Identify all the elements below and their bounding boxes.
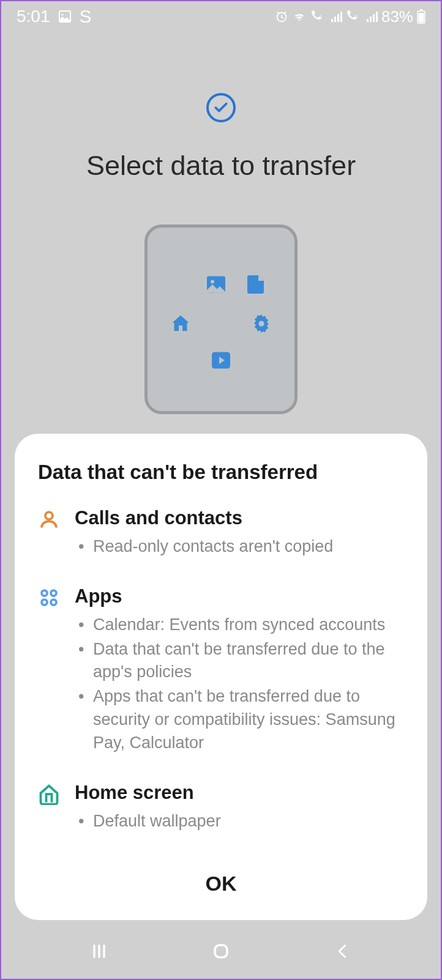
check-circle-icon <box>206 93 236 122</box>
ok-button[interactable]: OK <box>38 859 404 902</box>
list-item: Default wallpaper <box>75 810 404 833</box>
svg-point-23 <box>42 600 47 605</box>
section-title: Apps <box>75 585 404 607</box>
battery-icon <box>417 9 425 24</box>
call-sim1-icon: 1 <box>310 10 328 23</box>
svg-rect-4 <box>331 19 333 22</box>
status-bar: 5:01 S 1 2 83% <box>1 1 441 32</box>
section-title: Home screen <box>75 782 404 804</box>
svg-rect-6 <box>337 14 339 22</box>
battery-percent: 83% <box>381 7 413 26</box>
svg-text:2: 2 <box>355 14 358 20</box>
signal2-icon <box>367 11 378 22</box>
svg-rect-28 <box>215 945 227 957</box>
gear-icon <box>250 313 272 335</box>
back-button[interactable] <box>328 936 358 967</box>
svg-rect-11 <box>373 14 375 22</box>
contacts-icon <box>38 508 60 530</box>
dialog-title: Data that can't be transferred <box>38 461 404 484</box>
photo-icon <box>205 273 227 295</box>
svg-point-20 <box>45 512 53 519</box>
play-icon <box>210 349 232 371</box>
call-sim2-icon: 2 <box>346 10 363 23</box>
list-item: Data that can't be transferred due to th… <box>75 638 404 685</box>
file-icon <box>245 273 268 295</box>
home-button[interactable] <box>206 936 236 967</box>
phone-illustration <box>144 225 298 414</box>
recents-button[interactable] <box>84 936 114 967</box>
section-title: Calls and contacts <box>75 507 404 529</box>
signal1-icon <box>331 11 342 22</box>
svg-rect-14 <box>420 9 422 11</box>
svg-rect-12 <box>376 12 378 22</box>
svg-point-1 <box>61 14 63 16</box>
list-item: Calendar: Events from synced accounts <box>75 614 404 637</box>
section-list: Calendar: Events from synced accounts Da… <box>75 614 404 755</box>
status-left: 5:01 S <box>17 6 92 27</box>
nav-bar <box>1 924 441 979</box>
home-icon <box>38 783 60 805</box>
wifi-icon <box>292 10 307 23</box>
section-list: Default wallpaper <box>75 810 404 833</box>
svg-rect-5 <box>334 17 336 22</box>
dialog-card: Data that can't be transferred Calls and… <box>15 434 427 920</box>
svg-point-17 <box>211 280 214 284</box>
section-calls-contacts: Calls and contacts Read-only contacts ar… <box>38 507 404 560</box>
svg-point-22 <box>51 590 56 596</box>
main-content: Select data to transfer <box>1 32 441 414</box>
status-time: 5:01 <box>17 7 50 26</box>
svg-rect-9 <box>367 19 369 22</box>
s-icon: S <box>80 6 92 27</box>
svg-text:1: 1 <box>320 14 323 20</box>
apps-icon <box>38 587 60 609</box>
svg-point-24 <box>51 600 56 605</box>
house-icon <box>170 313 192 335</box>
svg-point-21 <box>42 590 47 596</box>
section-home-screen: Home screen Default wallpaper <box>38 782 404 834</box>
svg-point-18 <box>259 321 264 327</box>
section-list: Read-only contacts aren't copied <box>75 535 404 559</box>
image-icon <box>58 9 72 24</box>
svg-rect-10 <box>370 17 372 22</box>
list-item: Apps that can't be transferred due to se… <box>75 685 404 754</box>
section-apps: Apps Calendar: Events from synced accoun… <box>38 585 404 756</box>
svg-rect-7 <box>340 12 342 22</box>
list-item: Read-only contacts aren't copied <box>75 535 404 559</box>
page-title: Select data to transfer <box>20 150 422 182</box>
status-right: 1 2 83% <box>275 7 425 26</box>
svg-rect-15 <box>419 13 424 23</box>
alarm-icon <box>275 10 288 23</box>
